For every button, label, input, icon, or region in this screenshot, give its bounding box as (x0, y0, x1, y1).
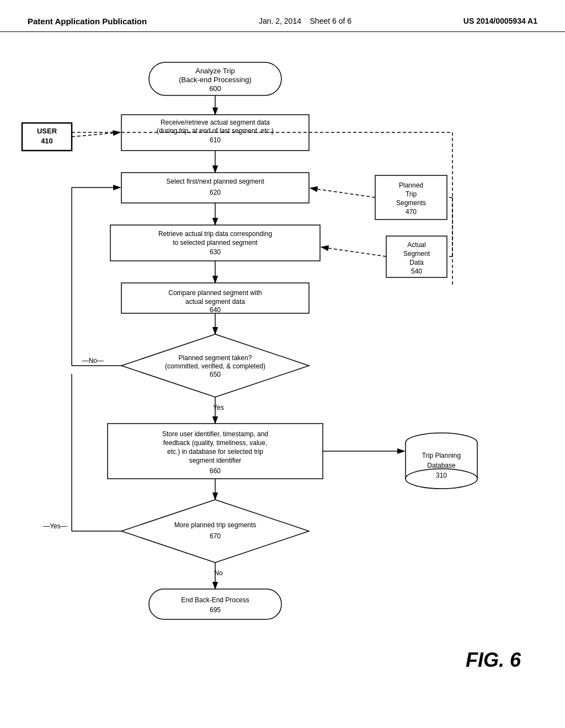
svg-text:Segments: Segments (396, 199, 426, 207)
svg-text:(during trip, at end of last s: (during trip, at end of last segment, et… (157, 127, 274, 135)
svg-text:620: 620 (210, 189, 221, 196)
svg-line-58 (310, 188, 375, 197)
svg-marker-40 (121, 500, 309, 563)
svg-text:Planned: Planned (399, 181, 423, 189)
svg-text:—Yes—: —Yes— (43, 522, 67, 530)
svg-text:410: 410 (41, 137, 53, 145)
svg-text:670: 670 (210, 532, 221, 540)
header-right: US 2014/0005934 A1 (463, 17, 537, 25)
flowchart-svg: Analyze Trip (Back-end Processing) 600 R… (0, 32, 565, 716)
svg-text:USER: USER (37, 127, 57, 135)
svg-text:Trip: Trip (406, 190, 417, 198)
svg-text:Yes: Yes (213, 404, 224, 411)
svg-text:—No—: —No— (82, 357, 104, 365)
svg-text:650: 650 (210, 371, 221, 378)
svg-text:(committed, verified, & comple: (committed, verified, & completed) (165, 362, 265, 370)
svg-text:695: 695 (210, 606, 221, 614)
svg-text:More planned trip segments: More planned trip segments (174, 521, 257, 529)
svg-text:310: 310 (436, 472, 447, 479)
svg-rect-46 (149, 589, 281, 619)
svg-text:(Back-end Processing): (Back-end Processing) (179, 76, 252, 84)
header-center: Jan. 2, 2014 Sheet 6 of 6 (259, 17, 351, 25)
svg-text:actual segment data: actual segment data (185, 298, 245, 306)
svg-line-67 (321, 247, 386, 256)
svg-text:Actual: Actual (407, 241, 425, 249)
svg-text:Data: Data (409, 259, 424, 266)
page-header: Patent Application Publication Jan. 2, 2… (0, 0, 565, 32)
header-left: Patent Application Publication (28, 17, 147, 26)
svg-text:540: 540 (411, 267, 422, 275)
header-sheet: Sheet 6 of 6 (310, 17, 352, 25)
svg-text:470: 470 (406, 208, 417, 216)
svg-text:630: 630 (210, 248, 221, 256)
svg-text:segment identifier: segment identifier (189, 457, 242, 464)
svg-text:to selected planned segment: to selected planned segment (173, 239, 258, 247)
svg-text:End Back-End Process: End Back-End Process (181, 596, 249, 604)
svg-text:660: 660 (210, 467, 221, 475)
svg-text:feedback (quality, timeliness,: feedback (quality, timeliness, value, (163, 439, 268, 447)
svg-text:etc.) in database for selected: etc.) in database for selected trip (167, 448, 263, 456)
svg-text:610: 610 (210, 136, 221, 144)
svg-text:Select first/next planned segm: Select first/next planned segment (166, 178, 264, 185)
svg-text:Segment: Segment (403, 250, 430, 258)
svg-text:640: 640 (210, 306, 221, 314)
diagram-area: Analyze Trip (Back-end Processing) 600 R… (0, 32, 565, 716)
svg-text:Receive/retrieve actual segmen: Receive/retrieve actual segment data (161, 119, 270, 126)
svg-text:Planned segment taken?: Planned segment taken? (179, 354, 252, 362)
svg-text:Database: Database (427, 462, 456, 469)
svg-line-52 (72, 132, 120, 137)
svg-text:Retrieve actual trip data corr: Retrieve actual trip data corresponding (158, 230, 272, 238)
svg-text:Trip Planning: Trip Planning (422, 452, 461, 459)
svg-text:Analyze Trip: Analyze Trip (195, 67, 235, 75)
svg-text:Compare planned segment with: Compare planned segment with (168, 289, 262, 297)
svg-text:600: 600 (209, 84, 221, 93)
figure-label: FIG. 6 (466, 649, 521, 672)
svg-text:Store user identifier, timesta: Store user identifier, timestamp, and (162, 430, 268, 438)
header-date: Jan. 2, 2014 (259, 17, 301, 25)
